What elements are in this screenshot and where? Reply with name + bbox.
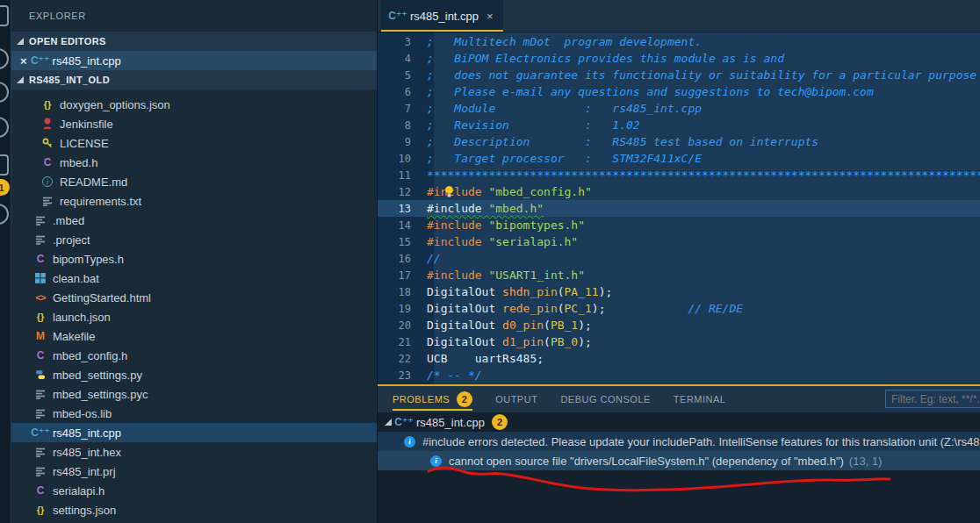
code-line-22[interactable]: 22UCB uartRs485; (378, 350, 980, 367)
code-line-14[interactable]: 14#include "bipomtypes.h" (378, 217, 980, 233)
file-settings-json[interactable]: {}settings.json (11, 500, 377, 519)
file-doxygen-options-json[interactable]: {}doxygen_options.json (11, 95, 377, 114)
text-file-icon (33, 408, 47, 419)
code-line-5[interactable]: 5; does not guarantee its functionality … (378, 67, 980, 83)
code-line-6[interactable]: 6; Please e-mail any questions and sugge… (378, 83, 980, 100)
close-icon[interactable]: × (486, 10, 494, 23)
extensions-icon[interactable] (0, 154, 9, 176)
problems-file-group[interactable]: C⁺⁺ rs485_int.cpp 2 (378, 412, 980, 432)
cpp-file-icon: C⁺⁺ (33, 426, 47, 439)
code-text: #include "bipomtypes.h" (422, 219, 585, 232)
code-text: UCB uartRs485; (422, 352, 544, 365)
tab-terminal[interactable]: TERMINAL (674, 386, 726, 412)
file-rs485-int-cpp[interactable]: C⁺⁺rs485_int.cpp (11, 423, 377, 442)
file-launch-json[interactable]: {}launch.json (11, 307, 377, 326)
code-editor[interactable]: 3; Multitech mDot program development.4;… (378, 32, 980, 384)
open-editor-label: rs485_int.cpp (53, 54, 121, 68)
text-file-icon (33, 215, 47, 226)
line-number: 15 (378, 234, 422, 251)
file-rs485-int-prj[interactable]: rs485_int.prj (11, 462, 377, 481)
file-mbed-settings-py[interactable]: mbed_settings.py (11, 365, 377, 384)
line-number: 8 (378, 118, 422, 134)
file-label: requirements.txt (60, 195, 141, 208)
editor-group: C⁺⁺ rs485_int.cpp × 3; Multitech mDot pr… (378, 0, 980, 523)
c-header-file-icon: C (40, 156, 54, 168)
search-icon[interactable] (0, 48, 9, 69)
tab-debug-console[interactable]: DEBUG CONSOLE (560, 386, 650, 412)
file-gettingstarted-html[interactable]: <>GettingStarted.html (11, 288, 377, 307)
file-makefile[interactable]: MMakefile (11, 326, 377, 346)
panel-tab-bar: PROBLEMS 2 OUTPUT DEBUG CONSOLE TERMINAL (378, 386, 980, 412)
code-line-7[interactable]: 7; Module : rs485_int.cpp (378, 100, 980, 117)
debug-console-label: DEBUG CONSOLE (560, 394, 650, 405)
debug-icon[interactable] (0, 117, 9, 138)
code-line-8[interactable]: 8; Revision : 1.02 (378, 117, 980, 133)
code-line-19[interactable]: 19DigitalOut rede_pin(PC_1); // RE/DE (378, 300, 980, 317)
code-line-18[interactable]: 18DigitalOut shdn_pin(PA_11); (378, 283, 980, 300)
code-line-10[interactable]: 10; Target processor : STM32F411xC/E (378, 150, 980, 167)
problem-row-1[interactable]: i#include errors detected. Please update… (378, 432, 980, 451)
tab-problems[interactable]: PROBLEMS 2 (393, 386, 472, 412)
cpp-file-icon: C⁺⁺ (33, 54, 47, 67)
file-label: mbed_settings.pyc (53, 388, 148, 401)
code-line-15[interactable]: 15#include "serialapi.h" (378, 233, 980, 250)
file-rs485-int-hex[interactable]: rs485_int.hex (11, 442, 377, 462)
tab-output[interactable]: OUTPUT (495, 386, 537, 412)
code-line-16[interactable]: 16// (378, 250, 980, 267)
source-control-icon[interactable] (0, 82, 9, 103)
json-file-icon: {} (33, 312, 47, 322)
tab-rs485_int-cpp[interactable]: C⁺⁺ rs485_int.cpp × (381, 0, 503, 32)
file-mbed-h[interactable]: Cmbed.h (11, 153, 377, 172)
code-text: ****************************************… (422, 168, 980, 182)
line-number: 16 (378, 251, 422, 268)
open-editor-item-rs485_int-cpp[interactable]: × C⁺⁺ rs485_int.cpp (11, 51, 377, 70)
file-label: serialapi.h (53, 484, 104, 498)
file-mbed-config-h[interactable]: Cmbed_config.h (11, 346, 377, 365)
file-label: settings.json (53, 504, 116, 517)
file-requirements-txt[interactable]: requirements.txt (11, 191, 377, 211)
code-text: ; Module : rs485_int.cpp (422, 102, 702, 115)
problems-file-label: rs485_int.cpp (416, 416, 485, 429)
code-line-3[interactable]: 3; Multitech mDot program development. (378, 33, 980, 50)
chevron-expanded-icon (17, 38, 24, 45)
file--mbed[interactable]: .mbed (11, 211, 377, 230)
code-text: /* -- */ (422, 369, 482, 382)
text-file-icon (33, 234, 47, 245)
file-serialapi-h[interactable]: Cserialapi.h (11, 481, 377, 500)
file-label: rs485_int.hex (53, 446, 121, 459)
code-text: ; Please e-mail any questions and sugges… (422, 85, 874, 98)
settings-gear-icon[interactable] (0, 204, 9, 225)
info-icon: i (404, 436, 415, 448)
line-number: 9 (378, 134, 422, 151)
problems-filter-input[interactable] (885, 390, 980, 408)
file-mbed-settings-pyc[interactable]: mbed_settings.pyc (11, 384, 377, 404)
folder-section-header[interactable]: RS485_INT_OLD (11, 70, 377, 90)
close-icon[interactable]: × (20, 54, 27, 68)
code-line-20[interactable]: 20DigitalOut d0_pin(PB_1); (378, 317, 980, 333)
file--project[interactable]: .project (11, 230, 377, 249)
file-jenkinsfile[interactable]: Jenkinsfile (11, 114, 377, 133)
code-line-21[interactable]: 21DigitalOut d1_pin(PB_0); (378, 333, 980, 350)
code-line-11[interactable]: 11**************************************… (378, 167, 980, 183)
code-line-12[interactable]: 12#include "mbed_config.h" (378, 183, 980, 200)
file-bipomtypes-h[interactable]: CbipomTypes.h (11, 249, 377, 269)
code-line-9[interactable]: 9; Description : RS485 test based on int… (378, 133, 980, 150)
file-readme-md[interactable]: iREADME.md (11, 172, 377, 191)
file-label: mbed.h (60, 156, 97, 169)
file-label: rs485_int.prj (53, 465, 116, 478)
code-line-17[interactable]: 17#include "USART1_int.h" (378, 267, 980, 283)
line-number: 14 (378, 218, 422, 234)
open-editors-header[interactable]: OPEN EDITORS (11, 32, 377, 51)
code-line-13[interactable]: 13#include "mbed.h" (378, 200, 980, 217)
text-file-icon (33, 447, 47, 457)
code-text: ; Description : RS485 test based on inte… (422, 135, 818, 148)
problems-label: PROBLEMS (393, 394, 450, 405)
code-line-23[interactable]: 23/* -- */ (378, 367, 980, 383)
problem-row-2[interactable]: icannot open source file "drivers/LocalF… (378, 451, 980, 470)
file-license[interactable]: LICENSE (11, 133, 377, 153)
code-line-4[interactable]: 4; BiPOM Electronics provides this modul… (378, 50, 980, 67)
file-mbed-os-lib[interactable]: mbed-os.lib (11, 404, 377, 423)
files-icon[interactable] (0, 5, 9, 26)
file-clean-bat[interactable]: clean.bat (11, 269, 377, 288)
code-text: ; BiPOM Electronics provides this module… (422, 52, 784, 65)
